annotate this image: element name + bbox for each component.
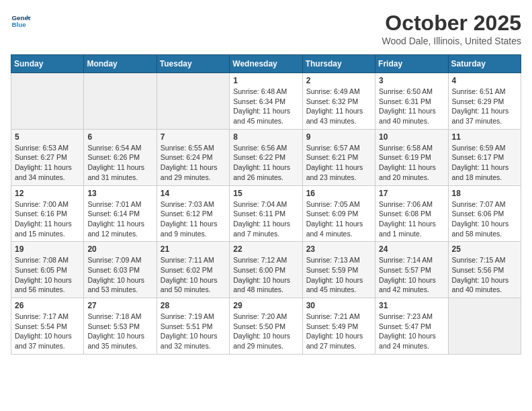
day-info: Sunrise: 6:50 AM Sunset: 6:31 PM Dayligh… <box>379 87 444 126</box>
day-number: 24 <box>379 244 444 254</box>
month-title: October 2025 <box>382 11 521 36</box>
day-number: 3 <box>379 76 444 85</box>
day-number: 15 <box>233 189 298 198</box>
calendar-day-cell <box>448 298 521 355</box>
calendar-day-cell: 14Sunrise: 7:03 AM Sunset: 6:12 PM Dayli… <box>157 185 229 242</box>
day-info: Sunrise: 7:15 AM Sunset: 5:56 PM Dayligh… <box>452 255 517 295</box>
calendar-day-cell: 16Sunrise: 7:05 AM Sunset: 6:09 PM Dayli… <box>302 185 375 242</box>
day-number: 30 <box>306 301 371 310</box>
day-number: 21 <box>161 244 226 254</box>
calendar-week-row: 1Sunrise: 6:48 AM Sunset: 6:34 PM Daylig… <box>11 73 521 130</box>
day-info: Sunrise: 6:59 AM Sunset: 6:17 PM Dayligh… <box>452 143 517 183</box>
calendar-day-cell <box>157 73 229 130</box>
day-info: Sunrise: 6:57 AM Sunset: 6:21 PM Dayligh… <box>306 143 371 183</box>
calendar-day-cell <box>84 73 157 130</box>
day-info: Sunrise: 6:49 AM Sunset: 6:32 PM Dayligh… <box>306 87 371 126</box>
day-number: 29 <box>233 301 298 310</box>
calendar-day-cell: 15Sunrise: 7:04 AM Sunset: 6:11 PM Dayli… <box>230 185 302 242</box>
day-number: 13 <box>87 189 152 198</box>
day-number: 27 <box>87 301 152 310</box>
day-info: Sunrise: 7:04 AM Sunset: 6:11 PM Dayligh… <box>233 199 298 239</box>
day-info: Sunrise: 7:05 AM Sunset: 6:09 PM Dayligh… <box>306 199 371 239</box>
day-info: Sunrise: 6:53 AM Sunset: 6:27 PM Dayligh… <box>15 143 80 183</box>
day-info: Sunrise: 6:56 AM Sunset: 6:22 PM Dayligh… <box>233 143 298 183</box>
calendar-table: SundayMondayTuesdayWednesdayThursdayFrid… <box>11 54 521 355</box>
calendar-day-cell: 27Sunrise: 7:18 AM Sunset: 5:53 PM Dayli… <box>84 298 157 355</box>
day-of-week-header: Saturday <box>448 55 521 73</box>
day-info: Sunrise: 7:23 AM Sunset: 5:47 PM Dayligh… <box>379 312 444 351</box>
calendar-day-cell: 6Sunrise: 6:54 AM Sunset: 6:26 PM Daylig… <box>84 129 157 185</box>
day-info: Sunrise: 7:09 AM Sunset: 6:03 PM Dayligh… <box>87 255 152 295</box>
calendar-day-cell <box>11 73 84 130</box>
day-info: Sunrise: 6:51 AM Sunset: 6:29 PM Dayligh… <box>452 87 517 126</box>
calendar-day-cell: 26Sunrise: 7:17 AM Sunset: 5:54 PM Dayli… <box>11 298 84 355</box>
day-info: Sunrise: 6:55 AM Sunset: 6:24 PM Dayligh… <box>161 143 226 183</box>
day-info: Sunrise: 7:21 AM Sunset: 5:49 PM Dayligh… <box>306 312 371 351</box>
day-of-week-header: Wednesday <box>230 55 302 73</box>
day-number: 18 <box>452 189 517 198</box>
calendar-day-cell: 30Sunrise: 7:21 AM Sunset: 5:49 PM Dayli… <box>302 298 375 355</box>
calendar-day-cell: 22Sunrise: 7:12 AM Sunset: 6:00 PM Dayli… <box>230 242 302 298</box>
day-number: 25 <box>452 244 517 254</box>
day-of-week-header: Monday <box>84 55 157 73</box>
day-info: Sunrise: 7:13 AM Sunset: 5:59 PM Dayligh… <box>306 255 371 295</box>
calendar-day-cell: 28Sunrise: 7:19 AM Sunset: 5:51 PM Dayli… <box>157 298 229 355</box>
day-number: 4 <box>452 76 517 85</box>
day-of-week-header: Thursday <box>302 55 375 73</box>
day-info: Sunrise: 7:18 AM Sunset: 5:53 PM Dayligh… <box>87 312 152 351</box>
day-number: 20 <box>87 244 152 254</box>
calendar-day-cell: 18Sunrise: 7:07 AM Sunset: 6:06 PM Dayli… <box>448 185 521 242</box>
calendar-day-cell: 9Sunrise: 6:57 AM Sunset: 6:21 PM Daylig… <box>302 129 375 185</box>
day-number: 11 <box>452 132 517 142</box>
location: Wood Dale, Illinois, United States <box>382 36 521 46</box>
day-info: Sunrise: 7:06 AM Sunset: 6:08 PM Dayligh… <box>379 199 444 239</box>
logo-icon: General Blue <box>11 11 31 31</box>
day-number: 9 <box>306 132 371 142</box>
calendar-week-row: 5Sunrise: 6:53 AM Sunset: 6:27 PM Daylig… <box>11 129 521 185</box>
calendar-day-cell: 1Sunrise: 6:48 AM Sunset: 6:34 PM Daylig… <box>230 73 302 130</box>
calendar-day-cell: 11Sunrise: 6:59 AM Sunset: 6:17 PM Dayli… <box>448 129 521 185</box>
day-number: 7 <box>161 132 226 142</box>
day-number: 14 <box>161 189 226 198</box>
day-number: 5 <box>15 132 80 142</box>
day-info: Sunrise: 6:48 AM Sunset: 6:34 PM Dayligh… <box>233 87 298 126</box>
day-number: 12 <box>15 189 80 198</box>
calendar-day-cell: 21Sunrise: 7:11 AM Sunset: 6:02 PM Dayli… <box>157 242 229 298</box>
calendar-day-cell: 4Sunrise: 6:51 AM Sunset: 6:29 PM Daylig… <box>448 73 521 130</box>
calendar-day-cell: 10Sunrise: 6:58 AM Sunset: 6:19 PM Dayli… <box>375 129 448 185</box>
day-number: 16 <box>306 189 371 198</box>
day-info: Sunrise: 7:17 AM Sunset: 5:54 PM Dayligh… <box>15 312 80 351</box>
day-info: Sunrise: 6:58 AM Sunset: 6:19 PM Dayligh… <box>379 143 444 183</box>
title-block: October 2025 Wood Dale, Illinois, United… <box>382 11 521 46</box>
day-number: 8 <box>233 132 298 142</box>
day-info: Sunrise: 6:54 AM Sunset: 6:26 PM Dayligh… <box>87 143 152 183</box>
day-of-week-header: Friday <box>375 55 448 73</box>
logo: General Blue <box>11 11 31 31</box>
day-info: Sunrise: 7:14 AM Sunset: 5:57 PM Dayligh… <box>379 255 444 295</box>
day-info: Sunrise: 7:07 AM Sunset: 6:06 PM Dayligh… <box>452 199 517 239</box>
day-info: Sunrise: 7:03 AM Sunset: 6:12 PM Dayligh… <box>161 199 226 239</box>
calendar-week-row: 19Sunrise: 7:08 AM Sunset: 6:05 PM Dayli… <box>11 242 521 298</box>
day-number: 23 <box>306 244 371 254</box>
day-info: Sunrise: 7:11 AM Sunset: 6:02 PM Dayligh… <box>161 255 226 295</box>
day-info: Sunrise: 7:00 AM Sunset: 6:16 PM Dayligh… <box>15 199 80 239</box>
calendar-day-cell: 25Sunrise: 7:15 AM Sunset: 5:56 PM Dayli… <box>448 242 521 298</box>
day-info: Sunrise: 7:19 AM Sunset: 5:51 PM Dayligh… <box>161 312 226 351</box>
day-number: 31 <box>379 301 444 310</box>
day-of-week-header: Sunday <box>11 55 84 73</box>
day-info: Sunrise: 7:20 AM Sunset: 5:50 PM Dayligh… <box>233 312 298 351</box>
calendar-day-cell: 8Sunrise: 6:56 AM Sunset: 6:22 PM Daylig… <box>230 129 302 185</box>
calendar-day-cell: 7Sunrise: 6:55 AM Sunset: 6:24 PM Daylig… <box>157 129 229 185</box>
day-info: Sunrise: 7:01 AM Sunset: 6:14 PM Dayligh… <box>87 199 152 239</box>
calendar-day-cell: 24Sunrise: 7:14 AM Sunset: 5:57 PM Dayli… <box>375 242 448 298</box>
page-header: General Blue October 2025 Wood Dale, Ill… <box>11 11 521 46</box>
day-number: 26 <box>15 301 80 310</box>
day-info: Sunrise: 7:08 AM Sunset: 6:05 PM Dayligh… <box>15 255 80 295</box>
calendar-day-cell: 13Sunrise: 7:01 AM Sunset: 6:14 PM Dayli… <box>84 185 157 242</box>
calendar-day-cell: 3Sunrise: 6:50 AM Sunset: 6:31 PM Daylig… <box>375 73 448 130</box>
calendar-day-cell: 2Sunrise: 6:49 AM Sunset: 6:32 PM Daylig… <box>302 73 375 130</box>
day-number: 2 <box>306 76 371 85</box>
calendar-day-cell: 29Sunrise: 7:20 AM Sunset: 5:50 PM Dayli… <box>230 298 302 355</box>
day-number: 19 <box>15 244 80 254</box>
calendar-day-cell: 12Sunrise: 7:00 AM Sunset: 6:16 PM Dayli… <box>11 185 84 242</box>
